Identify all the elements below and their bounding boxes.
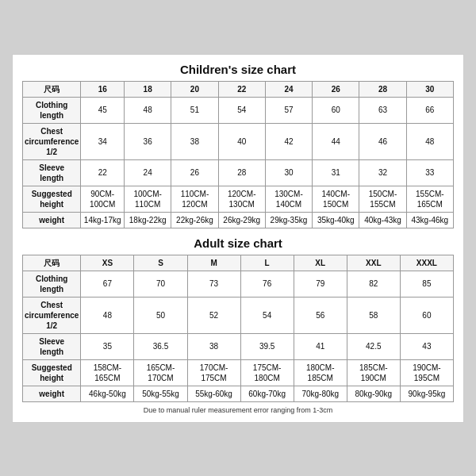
children-table: 尺码1618202224262830 Clothing length454851… — [22, 81, 454, 228]
adult-chart-title: Adult size chart — [22, 236, 454, 250]
table-row: Chest circumference 1/248505254565860 — [23, 297, 454, 333]
table-row: weight46kg-50kg50kg-55kg55kg-60kg60kg-70… — [23, 386, 454, 401]
chart-container: Children's size chart 尺码1618202224262830… — [12, 54, 464, 423]
table-row: weight14kg-17kg18kg-22kg22kg-26kg26kg-29… — [23, 212, 454, 228]
adult-table: 尺码XSSMLXLXXLXXXL Clothing length67707376… — [22, 255, 454, 402]
table-row: Sleeve length2224262830313233 — [23, 159, 454, 186]
table-row: Suggested height90CM-100CM100CM-110CM110… — [23, 186, 454, 212]
table-row: Clothing length4548515457606366 — [23, 97, 454, 123]
note-text: Due to manual ruler measurement error ra… — [22, 406, 454, 414]
table-row: Chest circumference 1/23436384042444648 — [23, 123, 454, 159]
table-row: Sleeve length3536.53839.54142.543 — [23, 333, 454, 359]
children-chart-title: Children's size chart — [22, 63, 454, 76]
table-row: Suggested height158CM-165CM165CM-170CM17… — [23, 359, 454, 386]
table-row: Clothing length67707376798285 — [23, 271, 454, 297]
